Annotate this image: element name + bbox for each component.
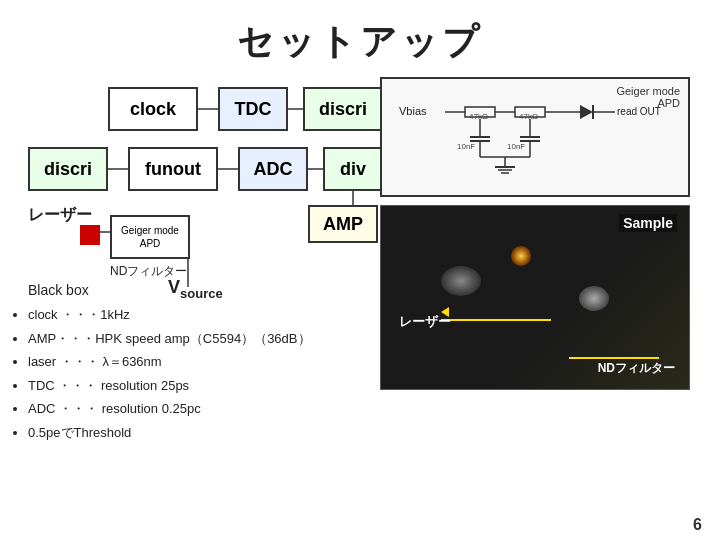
circuit-svg: Vbias 47kΩ 47kΩ read OUT xyxy=(395,97,675,177)
laser-square-icon xyxy=(80,225,100,245)
apd-label: APD xyxy=(140,237,161,250)
block-amp: AMP xyxy=(308,205,378,243)
svg-text:10nF: 10nF xyxy=(457,142,475,151)
svg-text:47kΩ: 47kΩ xyxy=(469,112,488,121)
v-label: V xyxy=(168,277,180,297)
sample-image: Sample レーザー NDフィルター xyxy=(380,205,690,390)
discri-left-label: discri xyxy=(44,159,92,180)
diagram-area: clock TDC discri discri funout ADC div A… xyxy=(18,77,358,297)
main-area: clock TDC discri discri funout ADC div A… xyxy=(0,77,720,446)
laser-arrow-label: レーザー xyxy=(399,313,451,331)
svg-text:Vbias: Vbias xyxy=(399,105,427,117)
page-title: セットアップ xyxy=(0,0,720,77)
page-number: 6 xyxy=(693,516,702,534)
block-adc: ADC xyxy=(238,147,308,191)
amp-label: AMP xyxy=(323,214,363,235)
block-discri-right: discri xyxy=(303,87,383,131)
adc-label: ADC xyxy=(254,159,293,180)
right-panel: Geiger mode APD Vbias 47kΩ 47kΩ xyxy=(368,77,702,446)
div-label: div xyxy=(340,159,366,180)
discri-right-label: discri xyxy=(319,99,367,120)
svg-text:47kΩ: 47kΩ xyxy=(519,112,538,121)
bullet-list: clock ・・・1kHz AMP・・・HPK speed amp（C5594）… xyxy=(18,305,358,442)
apd-circuit-label: APD xyxy=(657,97,680,109)
black-box-label: Black box xyxy=(28,282,89,298)
list-item: laser ・・・ λ＝636nm xyxy=(28,352,358,372)
laser-label: レーザー xyxy=(28,205,92,226)
block-tdc: TDC xyxy=(218,87,288,131)
list-item: TDC ・・・ resolution 25ps xyxy=(28,376,358,396)
geiger-circuit-diagram: Geiger mode APD Vbias 47kΩ 47kΩ xyxy=(380,77,690,197)
tdc-label: TDC xyxy=(235,99,272,120)
geiger-mode-apd-block: Geiger mode APD xyxy=(110,215,190,259)
list-item: AMP・・・HPK speed amp（C5594）（36dB） xyxy=(28,329,358,349)
funout-label: funout xyxy=(145,159,201,180)
geiger-mode-circuit-label: Geiger mode xyxy=(616,85,680,97)
svg-marker-17 xyxy=(580,105,593,119)
block-clock: clock xyxy=(108,87,198,131)
sample-label: Sample xyxy=(619,214,677,232)
svg-text:10nF: 10nF xyxy=(507,142,525,151)
list-item: 0.5peでThreshold xyxy=(28,423,358,443)
list-item: clock ・・・1kHz xyxy=(28,305,358,325)
block-funout: funout xyxy=(128,147,218,191)
list-item: ADC ・・・ resolution 0.25pc xyxy=(28,399,358,419)
geiger-mode-label: Geiger mode xyxy=(121,224,179,237)
clock-label: clock xyxy=(130,99,176,120)
block-div: div xyxy=(323,147,383,191)
vsource-label: Vsource xyxy=(168,277,223,301)
block-discri-left: discri xyxy=(28,147,108,191)
nd-arrow-label: NDフィルター xyxy=(598,360,675,377)
left-panel: clock TDC discri discri funout ADC div A… xyxy=(18,77,358,446)
source-sub-label: source xyxy=(180,286,223,301)
geiger-circuit-title: Geiger mode APD xyxy=(616,85,680,109)
